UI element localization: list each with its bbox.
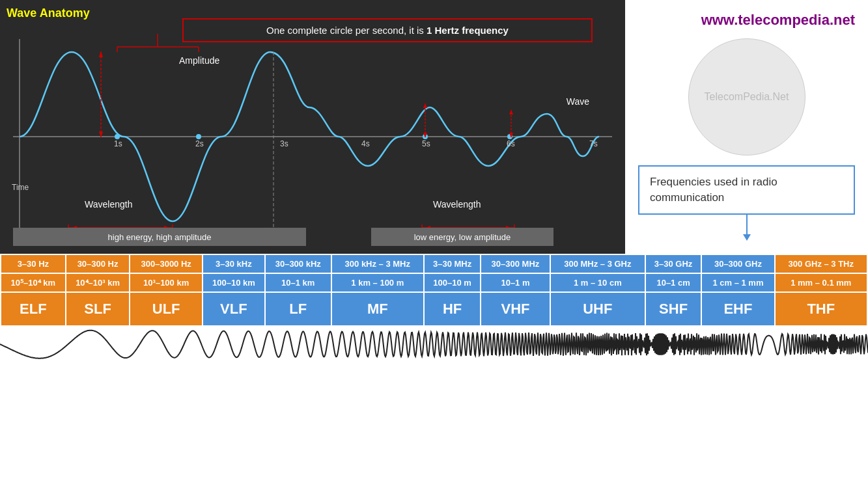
table-cell: 30–300 Hz (66, 254, 130, 273)
svg-text:7s: 7s (589, 139, 598, 148)
table-cell: EHF (701, 292, 774, 326)
energy-bar: high energy, high amplitude low energy, … (0, 228, 625, 246)
svg-text:2s: 2s (195, 139, 204, 148)
logo-text: TelecomPedia.Net (705, 91, 789, 103)
svg-point-3 (115, 134, 120, 139)
table-cell: VLF (203, 292, 265, 326)
table-cell: 300–3000 Hz (130, 254, 202, 273)
table-cell: THF (775, 292, 867, 326)
table-cell: 3–30 GHz (645, 254, 701, 273)
table-cell: 300 MHz – 3 GHz (550, 254, 645, 273)
svg-text:3s: 3s (280, 139, 288, 148)
table-cell: 10³–100 km (130, 273, 202, 292)
frequency-table: 3–30 Hz30–300 Hz300–3000 Hz3–30 kHz30–30… (0, 254, 868, 327)
site-url: www.telecompedia.net (632, 7, 861, 29)
freq-arrow (746, 215, 748, 234)
table-cell: 1 cm – 1 mm (701, 273, 774, 292)
wave-row (0, 327, 868, 362)
wavelength-label-left: Wavelength (85, 199, 132, 210)
table-cell: LF (265, 292, 331, 326)
table-cell: 1 km – 100 m (331, 273, 424, 292)
table-cell: 3–30 kHz (203, 254, 265, 273)
table-cell: SLF (66, 292, 130, 326)
table-cell: VHF (481, 292, 550, 326)
svg-marker-31 (509, 109, 513, 115)
table-cell: HF (424, 292, 481, 326)
table-cell: 100–10 m (424, 273, 481, 292)
table-cell: 30–300 GHz (701, 254, 774, 273)
svg-marker-14 (99, 51, 103, 57)
logo-circle: TelecomPedia.Net (688, 38, 805, 156)
table-cell: 3–30 MHz (424, 254, 481, 273)
svg-marker-28 (423, 103, 427, 108)
table-cell: 10⁴–10³ km (66, 273, 130, 292)
svg-text:4s: 4s (361, 139, 370, 148)
wave-diagram: Wave Anatomy One complete circle per sec… (0, 0, 625, 254)
svg-text:1s: 1s (114, 139, 122, 148)
wave-label: Wave (567, 96, 589, 107)
table-cell: MF (331, 292, 424, 326)
table-cell: 10⁵–10⁴ km (1, 273, 66, 292)
amplitude-label: Amplitude (179, 55, 219, 66)
wavelength-label-right: Wavelength (433, 199, 481, 210)
table-cell: 30–300 MHz (481, 254, 550, 273)
table-cell: 1 m – 10 cm (550, 273, 645, 292)
energy-high-label: high energy, high amplitude (13, 228, 306, 246)
bottom-section: 3–30 Hz30–300 Hz300–3000 Hz3–30 kHz30–30… (0, 254, 868, 488)
svg-text:6s: 6s (507, 139, 515, 148)
freq-arrow-down (743, 234, 751, 241)
svg-text:5s: 5s (422, 139, 430, 148)
table-cell: 300 kHz – 3 MHz (331, 254, 424, 273)
table-cell: 100–10 km (203, 273, 265, 292)
energy-low-label: low energy, low amplitude (371, 228, 553, 246)
table-cell: SHF (645, 292, 701, 326)
freq-box: Frequencies used in radio communication (638, 165, 855, 215)
table-cell: 3–30 Hz (1, 254, 66, 273)
table-cell: ULF (130, 292, 202, 326)
table-cell: 1 mm – 0.1 mm (775, 273, 867, 292)
time-label: Time (12, 183, 29, 192)
table-cell: 30–300 kHz (265, 254, 331, 273)
svg-point-5 (196, 134, 201, 139)
table-cell: 300 GHz – 3 THz (775, 254, 867, 273)
table-cell: UHF (550, 292, 645, 326)
right-panel: www.telecompedia.net TelecomPedia.Net Fr… (625, 0, 868, 254)
wave-svg: 1s 2s 3s 4s 5s 6s 7s (0, 0, 625, 254)
table-cell: 10–1 cm (645, 273, 701, 292)
table-cell: 10–1 m (481, 273, 550, 292)
table-cell: 10–1 km (265, 273, 331, 292)
table-cell: ELF (1, 292, 66, 326)
